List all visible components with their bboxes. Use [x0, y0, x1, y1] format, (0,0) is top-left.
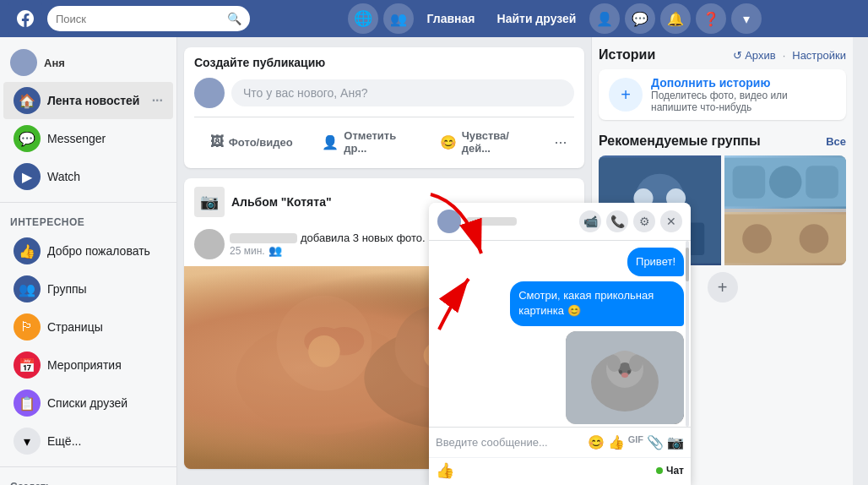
settings-link[interactable]: Настройки	[792, 49, 846, 62]
like-button[interactable]: 👍	[436, 461, 454, 480]
friends-lists-icon: 📋	[14, 390, 41, 417]
group-subimage-1	[724, 155, 847, 209]
top-navigation: 🔍 🌐 👥 Главная Найти друзей 👤 💬 🔔 ❓ ▾	[0, 0, 868, 37]
search-icon: 🔍	[227, 12, 241, 25]
post-album-title: Альбом "Котята"	[231, 195, 332, 209]
search-input[interactable]	[56, 13, 227, 25]
photo-video-button[interactable]: 🖼 Фото/видео	[194, 129, 308, 155]
chat-window: 📹 📞 ⚙ ✕ Привет! Смотри, какая прикольная…	[429, 203, 691, 485]
sidebar-item-label: Watch	[47, 170, 163, 183]
tag-friends-label: Отметить др...	[344, 129, 415, 155]
groups-title: Рекомендуемые группы	[599, 134, 761, 149]
sidebar-item-label: Мероприятия	[47, 358, 163, 372]
feelings-button[interactable]: 😊 Чувства/дей...	[430, 124, 544, 160]
attachment-icon[interactable]: 📎	[647, 434, 664, 450]
news-feed-icon: 🏠	[14, 87, 41, 114]
find-friends-button[interactable]: Найти друзей	[489, 7, 585, 30]
account-menu-icon[interactable]: ▾	[731, 3, 762, 34]
more-actions-button[interactable]: ···	[547, 128, 574, 155]
chat-close-button[interactable]: ✕	[660, 210, 682, 232]
group-sub-svg-2	[724, 212, 847, 265]
archive-link[interactable]: ↺ Архив	[733, 49, 776, 62]
chat-phone-button[interactable]: 📞	[606, 210, 628, 232]
composer-input-row: Что у вас нового, Аня?	[194, 78, 574, 108]
chat-header: 📹 📞 ⚙ ✕	[429, 203, 691, 241]
emoji-icon[interactable]: 😊	[588, 434, 605, 450]
left-sidebar: Аня 🏠 Лента новостей ··· 💬 Messenger ▶ W…	[0, 37, 177, 485]
post-user-avatar	[194, 229, 225, 259]
chat-scrollbar-thumb[interactable]	[686, 248, 689, 281]
welcome-icon: 👍	[14, 237, 41, 264]
people-nearby-icon[interactable]: 👥	[383, 3, 414, 34]
group-subimage-2	[724, 212, 847, 265]
chat-video-button[interactable]: 📹	[579, 210, 601, 232]
friends-icon[interactable]: 👤	[589, 3, 620, 34]
search-bar[interactable]: 🔍	[47, 6, 250, 31]
album-icon: 📷	[194, 187, 225, 217]
chat-footer: 👍 Чат	[429, 457, 691, 485]
sidebar-item-label: Лента новостей	[47, 94, 152, 107]
globe-icon[interactable]: 🌐	[348, 3, 378, 34]
chat-label: Чат	[666, 465, 684, 477]
sidebar-item-watch[interactable]: ▶ Watch	[3, 158, 173, 195]
sidebar-item-groups[interactable]: 👥 Группы	[3, 270, 173, 308]
svg-point-29	[627, 370, 631, 373]
add-story-title: Дополнить историю	[651, 76, 836, 90]
help-icon[interactable]: ❓	[696, 3, 726, 34]
svg-point-6	[308, 335, 340, 368]
stories-title: Истории	[599, 47, 655, 63]
group-sub-svg-1	[724, 155, 847, 209]
sidebar-item-events[interactable]: 📅 Мероприятия	[3, 346, 173, 384]
sidebar-divider-2	[0, 466, 176, 467]
pages-icon: 🏳	[14, 313, 41, 341]
nav-center: 🌐 👥 Главная Найти друзей 👤 💬 🔔 ❓ ▾	[250, 3, 860, 34]
svg-point-28	[619, 370, 622, 373]
sidebar-item-news-feed[interactable]: 🏠 Лента новостей ···	[3, 82, 173, 119]
add-story-icon: +	[609, 78, 643, 112]
sidebar-dots[interactable]: ···	[152, 93, 163, 108]
composer-title: Создайте публикацию	[194, 56, 574, 69]
sidebar-profile[interactable]: Аня	[0, 44, 176, 81]
messenger-icon[interactable]: 💬	[625, 3, 655, 34]
add-story-card[interactable]: + Дополнить историю Поделитесь фото, вид…	[599, 69, 846, 120]
chat-image-message	[566, 331, 684, 424]
sidebar-item-pages[interactable]: 🏳 Страницы	[3, 308, 173, 346]
tag-friends-button[interactable]: 👤 Отметить др...	[312, 124, 426, 160]
chat-message-2: Смотри, какая прикольная картинка 😊	[510, 281, 684, 325]
more-icon: ▾	[14, 428, 41, 455]
svg-point-21	[799, 224, 828, 253]
privacy-icon: 👥	[269, 244, 282, 257]
sidebar-item-label: Страницы	[47, 320, 163, 334]
sidebar-item-messenger[interactable]: 💬 Messenger	[3, 120, 173, 157]
gif-icon[interactable]: GIF	[628, 434, 643, 450]
chat-partner-avatar	[437, 210, 461, 233]
chat-message-1: Привет!	[627, 248, 684, 276]
events-icon: 📅	[14, 351, 41, 379]
tag-icon: 👤	[322, 134, 339, 150]
sidebar-item-welcome[interactable]: 👍 Добро пожаловать	[3, 232, 173, 270]
image-message-container: ··· ↪ Удалить Отреагировать	[436, 331, 684, 427]
notifications-icon[interactable]: 🔔	[660, 3, 691, 34]
composer-input[interactable]: Что у вас нового, Аня?	[231, 79, 574, 106]
post-user-name-blur	[230, 233, 297, 243]
sidebar-item-friends-lists[interactable]: 📋 Списки друзей	[3, 384, 173, 422]
groups-icon: 👥	[14, 275, 41, 302]
add-story-text: Дополнить историю Поделитесь фото, видео…	[651, 76, 836, 113]
chat-settings-button[interactable]: ⚙	[633, 210, 655, 232]
camera-icon[interactable]: 📷	[667, 434, 684, 450]
home-nav-button[interactable]: Главная	[419, 7, 484, 30]
see-all-link[interactable]: Все	[826, 135, 846, 148]
dot-separator: ·	[783, 49, 786, 62]
interesting-section-title: Интересное	[0, 210, 176, 232]
sidebar-item-label: Группы	[47, 282, 163, 296]
photo-video-label: Фото/видео	[229, 136, 293, 149]
sidebar-item-label: Списки друзей	[47, 396, 163, 410]
chat-message-input[interactable]: Введите сообщение...	[436, 433, 584, 452]
create-title: Создать	[10, 481, 166, 485]
watch-icon: ▶	[14, 163, 41, 190]
sticker-icon[interactable]: 👍	[608, 434, 625, 450]
stories-links: ↺ Архив · Настройки	[733, 49, 846, 62]
add-button[interactable]: +	[708, 272, 738, 302]
sidebar-item-more[interactable]: ▾ Ещё...	[3, 422, 173, 460]
create-section: Создать Рекламу · Страницу · Группу · Ме…	[0, 474, 176, 485]
